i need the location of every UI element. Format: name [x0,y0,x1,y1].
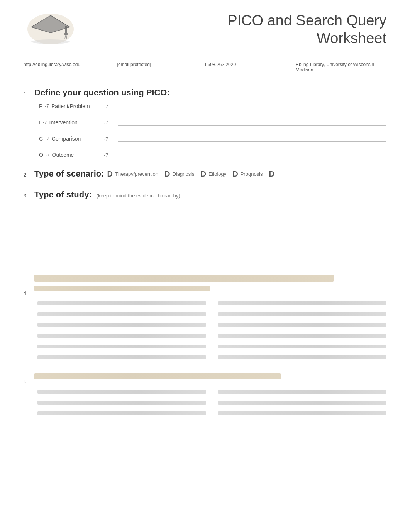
checkbox-prognosis: D [232,170,238,178]
svg-point-7 [31,39,70,44]
checkbox-etiology: D [201,170,206,178]
section5-number: l. [24,379,31,384]
subheader-url: http://ebling.library.wisc.edu [24,62,114,73]
option-therapy[interactable]: D Therapy/prevention [107,170,158,178]
pico-o-label: O -7 Outcome [39,152,101,158]
section3-title: Type of study: [34,190,92,200]
label-prognosis: Prognosis [241,171,263,177]
table-row [37,301,386,308]
section4-blurred-title [34,275,386,295]
section1-title: Define your question using PICO: [34,88,170,98]
option-prognosis[interactable]: D Prognosis [232,170,263,178]
label-therapy: Therapy/prevention [115,171,158,177]
section-scenario: 2. Type of scenario: D Therapy/preventio… [24,169,386,179]
section4-header: 4. [24,275,386,296]
label-diagnosis: Diagnosis [172,171,194,177]
table-row [37,323,386,330]
section5: l. [24,373,386,418]
subheader-institution: Ebling Library, University of Wisconsin-… [296,62,386,73]
scenario-options: D Therapy/prevention D Diagnosis D Etiol… [107,170,275,178]
section5-blurred-title [34,373,281,379]
blurred-title-row2 [34,286,210,291]
pico-p-input[interactable] [118,103,386,109]
section4-number: 4. [24,290,31,296]
pico-c-label: C -7 Comparison [39,136,101,142]
title-line1: PICO and Search Query [227,12,386,29]
blurred-title-row [34,275,334,282]
pico-i-input[interactable] [118,119,386,126]
subheader-phone: I 608.262.2020 [205,62,296,73]
svg-rect-3 [65,26,67,33]
section-pico: 1. Define your question using PICO: P -7… [24,88,386,158]
section2-title: Type of scenario: [34,169,104,179]
page-container: PICO and Search Query Worksheet http://e… [24,0,386,441]
option-etiology[interactable]: D Etiology [201,170,227,178]
option-other[interactable]: D [269,170,275,178]
checkbox-other: D [269,170,274,178]
title-line2: Worksheet [317,30,386,46]
subheader-email: I [email protected] [114,62,205,73]
page-title: PICO and Search Query Worksheet [85,12,386,47]
table-row [37,334,386,341]
section-study: 3. Type of study: (keep in mind the evid… [24,190,386,263]
pico-row-i: I -7 Intervention -7 [39,119,386,126]
subheader-bar: http://ebling.library.wisc.edu I [email … [24,59,386,76]
pico-row-o: O -7 Outcome -7 [39,152,386,158]
section1-number: 1. [24,91,31,97]
section5-table [37,390,386,418]
section3-content [24,205,386,263]
checkbox-diagnosis: D [164,170,170,178]
table-row [37,345,386,352]
table-row [37,390,386,397]
title-area: PICO and Search Query Worksheet [85,12,386,47]
section4: 4. [24,275,386,362]
logo-area [24,12,85,48]
pico-i-label: I -7 Intervention [39,119,101,126]
section5-blurred-header [34,373,386,383]
section1-header: 1. Define your question using PICO: [24,88,386,98]
pico-o-input[interactable] [118,152,386,158]
section3-subtitle: (keep in mind the evidence hierarchy) [97,193,180,199]
pico-row-p: P -7 Patient/Problem -7 [39,103,386,109]
table-row [37,411,386,418]
section5-header: l. [24,373,386,384]
section3-header: 3. Type of study: (keep in mind the evid… [24,190,386,200]
section4-table [37,301,386,362]
pico-p-label: P -7 Patient/Problem [39,103,101,109]
table-row [37,312,386,319]
pico-row-c: C -7 Comparison -7 [39,136,386,142]
section2-number: 2. [24,172,31,178]
label-etiology: Etiology [208,171,226,177]
option-diagnosis[interactable]: D Diagnosis [164,170,195,178]
checkbox-therapy: D [107,170,113,178]
university-logo [24,12,78,46]
section3-number: 3. [24,193,31,199]
table-row [37,355,386,362]
section2-header: 2. Type of scenario: D Therapy/preventio… [24,169,386,179]
page-header: PICO and Search Query Worksheet [24,12,386,53]
pico-c-input[interactable] [118,136,386,142]
table-row [37,401,386,408]
